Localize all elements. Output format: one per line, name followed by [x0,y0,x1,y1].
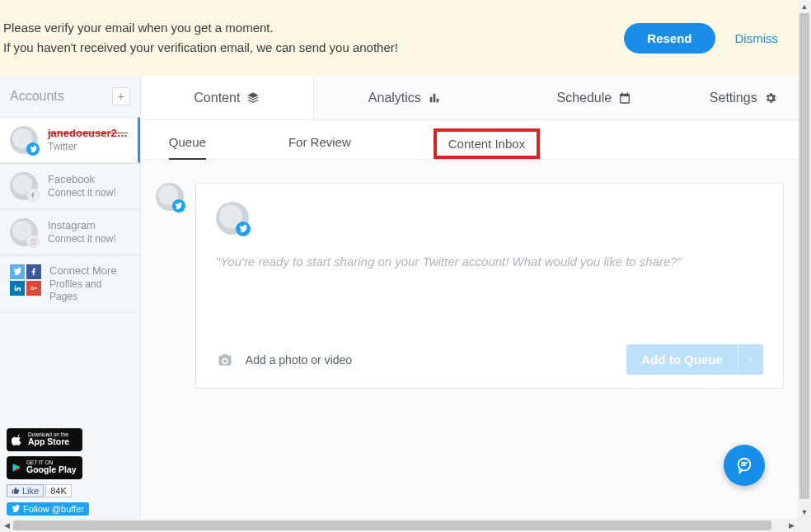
composer[interactable]: "You're ready to start sharing on your T… [195,183,784,389]
add-to-queue-dropdown[interactable] [738,344,763,375]
composer-placeholder: "You're ready to start sharing on your T… [216,254,763,268]
connect-more[interactable]: Connect More Profiles and Pages [0,255,140,313]
thumbs-up-icon [12,487,20,495]
bar-chart-icon [428,91,441,105]
chat-fab[interactable] [724,445,765,486]
primary-tabs: Content Analytics Schedule Settings [141,76,798,120]
chat-icon [735,456,753,474]
account-network: Twitter [48,141,128,154]
scroll-left-arrow[interactable]: ◀ [0,519,13,532]
tab-analytics[interactable]: Analytics [314,76,495,119]
facebook-like-widget[interactable]: Like 84K [7,484,89,497]
sidebar-account-facebook[interactable]: Facebook Connect it now! [0,163,140,209]
content-subtabs: Queue For Review Content Inbox [141,120,798,160]
sidebar: Accounts + janedoeuser2… Twitter [0,76,141,519]
social-icons-grid [10,264,41,304]
add-to-queue-button[interactable]: Add to Queue [626,344,737,375]
connect-more-title: Connect More [49,264,130,278]
account-name: janedoeuser2… [48,127,128,141]
account-name: Instagram [48,219,116,233]
svg-point-2 [35,240,35,240]
horizontal-scrollbar[interactable]: ◀ ▶ [0,519,798,532]
banner-text: Please verify your email when you get a … [3,18,398,58]
twitter-mini-icon [10,264,25,279]
chevron-down-icon [747,356,755,364]
calendar-icon [618,91,631,105]
selected-account-avatar [156,183,184,211]
scroll-right-arrow[interactable]: ▶ [785,519,798,532]
scroll-thumb[interactable] [799,13,809,499]
twitter-icon [172,199,185,212]
instagram-icon [26,235,40,248]
twitter-icon [12,505,20,513]
resend-button[interactable]: Resend [624,23,715,54]
twitter-icon [26,142,40,156]
google-play-icon [12,463,21,473]
banner-line2: If you haven't received your verificatio… [3,38,398,58]
account-sub: Connect it now! [48,233,116,246]
svg-point-1 [32,240,35,243]
subtab-content-inbox[interactable]: Content Inbox [434,128,540,159]
camera-icon [216,352,234,367]
scrollbar-corner [798,519,811,532]
connect-more-sub: Profiles and Pages [49,278,130,304]
scroll-thumb[interactable] [13,520,771,530]
subtab-queue[interactable]: Queue [169,125,206,159]
app-store-button[interactable]: Download on theApp Store [7,428,82,451]
tab-settings[interactable]: Settings [693,76,798,119]
gear-icon [764,91,777,105]
googleplus-mini-icon [26,281,41,296]
stack-icon [246,91,260,105]
sidebar-title: Accounts [10,89,64,104]
apple-icon [12,434,23,446]
scroll-down-arrow[interactable]: ▼ [798,506,811,519]
scroll-up-arrow[interactable]: ▲ [798,0,811,13]
avatar [10,126,38,154]
add-photo-button[interactable]: Add a photo or video [216,352,352,367]
twitter-follow-button[interactable]: Follow @buffer [7,502,89,516]
svg-rect-0 [30,239,36,245]
avatar [10,218,38,246]
sidebar-account-instagram[interactable]: Instagram Connect it now! [0,209,140,255]
twitter-icon [236,222,251,236]
tab-content[interactable]: Content [141,76,314,119]
tab-schedule[interactable]: Schedule [495,76,693,119]
avatar [10,172,38,200]
dismiss-link[interactable]: Dismiss [735,31,779,45]
banner-line1: Please verify your email when you get a … [3,18,398,38]
sidebar-account-twitter[interactable]: janedoeuser2… Twitter [0,117,140,163]
facebook-like-count: 84K [45,484,72,497]
add-account-button[interactable]: + [112,87,130,105]
facebook-mini-icon [26,264,41,279]
account-sub: Connect it now! [48,187,116,200]
subtab-for-review[interactable]: For Review [288,125,351,159]
verify-email-banner: Please verify your email when you get a … [0,0,798,76]
vertical-scrollbar[interactable]: ▲ ▼ [798,0,811,519]
google-play-button[interactable]: GET IT ONGoogle Play [7,456,82,479]
facebook-icon [26,189,40,202]
account-name: Facebook [48,173,116,187]
linkedin-mini-icon [10,281,25,296]
composer-avatar [216,202,249,235]
